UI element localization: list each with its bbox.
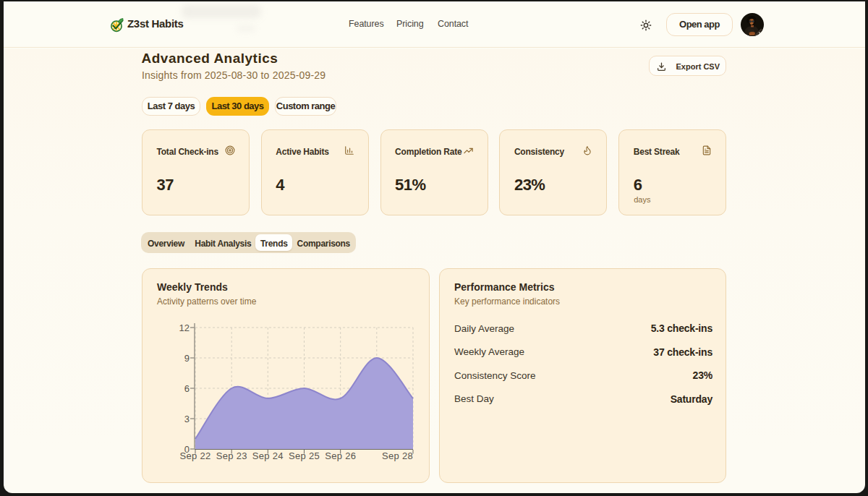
svg-text:Sep 24: Sep 24 bbox=[252, 450, 284, 461]
svg-text:Sep 22: Sep 22 bbox=[179, 450, 210, 461]
svg-text:6: 6 bbox=[184, 383, 190, 394]
svg-text:Sep 26: Sep 26 bbox=[325, 450, 356, 461]
svg-text:12: 12 bbox=[179, 322, 190, 333]
svg-text:Sep 23: Sep 23 bbox=[216, 450, 247, 461]
svg-text:3: 3 bbox=[184, 414, 190, 424]
svg-text:9: 9 bbox=[184, 353, 190, 364]
svg-text:Sep 25: Sep 25 bbox=[289, 450, 320, 461]
svg-text:Sep 28: Sep 28 bbox=[382, 450, 413, 461]
